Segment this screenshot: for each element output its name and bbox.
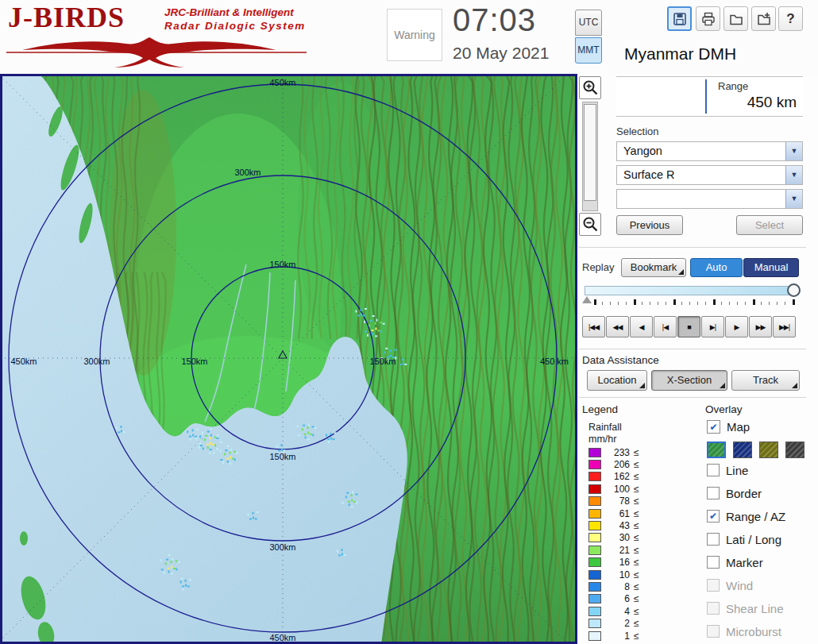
range-ring-label: 150km (181, 357, 207, 366)
legend-color-swatch (588, 631, 601, 641)
range-box: Range 450 km (616, 76, 803, 117)
overlay-item-label: Shear Line (726, 602, 784, 615)
legend-operator: ≤ (634, 496, 639, 507)
legend-unit-line2: mm/hr (588, 434, 616, 445)
checkbox[interactable] (707, 579, 720, 592)
checkbox[interactable]: ✔ (707, 510, 720, 523)
playback-button-1[interactable]: ◀◀ (606, 316, 629, 337)
product-dropdown[interactable]: Surface R ▼ (616, 165, 803, 185)
range-ring-label: 150km (369, 357, 395, 366)
map-style-swatch-green[interactable] (707, 442, 726, 458)
zoom-scrollbar-track[interactable] (582, 102, 598, 211)
playback-button-0[interactable]: |◀◀ (582, 316, 605, 337)
range-ring-label: 300km (83, 357, 110, 366)
legend-value: 43 (606, 520, 630, 531)
legend-color-swatch (588, 607, 601, 616)
zoom-out-icon (582, 216, 599, 233)
timezone-utc-button[interactable]: UTC (575, 10, 602, 36)
previous-button[interactable]: Previous (616, 215, 683, 235)
timezone-mmt-button[interactable]: MMT (575, 37, 602, 64)
warning-indicator: Warning (387, 9, 442, 61)
overlay-item-line[interactable]: Line (707, 464, 785, 476)
playback-button-6[interactable]: ▶ (725, 316, 748, 337)
legend-value: 233 (606, 447, 630, 458)
product-dropdown-value: Surface R (623, 168, 674, 181)
legend-color-swatch (588, 472, 601, 481)
legend-value: 2 (606, 618, 630, 629)
overlay-item-microburst[interactable]: Microburst (707, 625, 785, 638)
overlay-item-wind[interactable]: Wind (707, 579, 785, 592)
chevron-down-icon[interactable]: ▼ (785, 190, 802, 208)
range-ring-label: 450km (269, 78, 295, 87)
legend-value: 100 (606, 484, 630, 495)
playback-button-3[interactable]: |◀ (654, 316, 677, 337)
legend-scale: 233≤206≤162≤100≤78≤61≤43≤30≤21≤16≤10≤8≤6… (588, 446, 676, 642)
selection-label: Selection (616, 125, 658, 137)
checkbox[interactable] (707, 487, 720, 499)
playback-button-4[interactable]: ■ (677, 316, 700, 337)
legend-operator: ≤ (634, 606, 639, 617)
replay-slider-handle[interactable] (787, 283, 801, 297)
help-button[interactable]: ? (778, 6, 803, 31)
radar-map[interactable]: 450km300km150km450km300km150km150km450 k… (0, 74, 577, 644)
overlay-item-lati-long[interactable]: Lati / Long (707, 533, 785, 546)
legend-operator: ≤ (634, 447, 639, 458)
chevron-down-icon[interactable]: ▼ (785, 142, 802, 160)
range-ring-label: 450 km (540, 357, 569, 366)
map-style-swatch-navy[interactable] (733, 442, 752, 458)
playback-button-2[interactable]: ◀ (630, 316, 653, 337)
map-style-swatch-olive[interactable] (759, 442, 778, 458)
playback-button-8[interactable]: ▶▶| (773, 316, 796, 337)
site-dropdown[interactable]: Yangon ▼ (616, 141, 803, 161)
auto-button[interactable]: Auto (690, 258, 743, 277)
legend-color-swatch (588, 533, 601, 542)
save-button[interactable] (667, 6, 692, 31)
playback-button-7[interactable]: ▶▶ (749, 316, 772, 337)
replay-slider-track[interactable] (585, 286, 797, 295)
overlay-item-border[interactable]: Border (707, 487, 785, 499)
legend-value: 30 (606, 532, 630, 543)
legend-row: 100≤ (588, 483, 676, 495)
extra-dropdown[interactable]: ▼ (616, 189, 803, 209)
legend-color-swatch (588, 484, 601, 494)
legend-color-swatch (588, 546, 601, 555)
legend-row: 6≤ (588, 593, 676, 605)
bookmark-button[interactable]: Bookmark (621, 258, 686, 277)
zoom-scrollbar-thumb[interactable] (584, 104, 596, 201)
playback-controls: |◀◀◀◀◀|◀■▶|▶▶▶▶▶| (582, 316, 797, 337)
checkbox-map[interactable]: ✔ (707, 420, 720, 434)
checkbox[interactable] (707, 625, 720, 638)
overlay-item-shear-line[interactable]: Shear Line (707, 602, 785, 615)
checkbox[interactable] (707, 464, 720, 476)
map-style-swatch-gray[interactable] (785, 442, 804, 458)
legend-operator: ≤ (634, 581, 639, 592)
chevron-down-icon[interactable]: ▼ (785, 166, 802, 184)
export-button[interactable] (751, 6, 776, 31)
checkbox[interactable] (707, 602, 720, 615)
legend-operator: ≤ (634, 618, 639, 629)
playback-button-5[interactable]: ▶| (701, 316, 724, 337)
xsection-button[interactable]: X-Section (651, 370, 727, 391)
checkbox[interactable] (707, 533, 720, 546)
range-ring-label: 300km (234, 168, 260, 177)
track-button[interactable]: Track (731, 370, 800, 391)
select-button[interactable]: Select (736, 215, 803, 235)
overlay-item-range-az[interactable]: ✔Range / AZ (707, 510, 785, 523)
legend-operator: ≤ (634, 569, 639, 580)
range-divider (705, 79, 707, 114)
legend-row: 78≤ (588, 496, 676, 507)
zoom-in-button[interactable] (579, 76, 601, 99)
manual-button[interactable]: Manual (743, 258, 799, 277)
open-folder-button[interactable] (723, 6, 748, 31)
print-button[interactable] (696, 6, 720, 31)
header: J-BIRDS JRC-Brilliant & Intelligent Rada… (0, 0, 818, 74)
location-button[interactable]: Location (587, 370, 647, 391)
replay-slider-ticks (594, 299, 797, 307)
zoom-out-button[interactable] (579, 213, 601, 236)
overlay-item-map[interactable]: ✔ Map (707, 420, 750, 434)
range-ring-label: 150km (269, 452, 295, 461)
clock-time: 07:03 (453, 2, 536, 38)
overlay-item-marker[interactable]: Marker (707, 556, 785, 569)
app-logo-subtitle-1: JRC-Brilliant & Intelligent (164, 6, 294, 18)
checkbox[interactable] (707, 556, 720, 569)
